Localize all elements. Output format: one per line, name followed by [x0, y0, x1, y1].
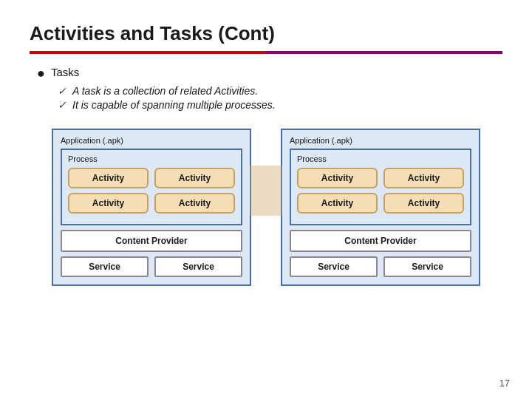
right-service-1: Service	[290, 256, 378, 277]
right-activity-2-2: Activity	[383, 193, 464, 214]
left-app-label: Application (.apk)	[61, 136, 242, 145]
left-activity-1-2: Activity	[154, 168, 235, 188]
right-activity-row-1: Activity Activity	[297, 168, 464, 188]
sub-bullet-1-text: A task is a collection of related Activi…	[72, 85, 258, 97]
right-content-provider: Content Provider	[290, 230, 471, 252]
right-app-label: Application (.apk)	[290, 136, 471, 145]
right-activity-1-1: Activity	[297, 168, 378, 188]
right-service-row: Service Service	[290, 256, 471, 277]
right-activity-1-2: Activity	[383, 168, 464, 188]
diagrams-row: Application (.apk) Process Activity Acti…	[30, 129, 502, 286]
left-activity-2-1: Activity	[68, 193, 149, 214]
sub-bullet-2: ✓ It is capable of spanning multiple pro…	[58, 99, 502, 111]
left-service-1: Service	[61, 256, 149, 277]
bullet-main: ● Tasks	[37, 66, 502, 82]
slide: Activities and Tasks (Cont) ● Tasks ✓ A …	[0, 0, 532, 399]
right-service-2: Service	[383, 256, 471, 277]
left-activity-row-2: Activity Activity	[68, 193, 235, 214]
sub-bullets: ✓ A task is a collection of related Acti…	[37, 85, 502, 111]
bullet-main-text: Tasks	[51, 66, 79, 78]
right-activity-2-1: Activity	[297, 193, 378, 214]
left-service-2: Service	[154, 256, 242, 277]
sub-bullet-2-text: It is capable of spanning multiple proce…	[72, 99, 276, 111]
bullet-dot: ●	[37, 66, 45, 82]
bullet-section: ● Tasks ✓ A task is a collection of rela…	[30, 66, 502, 111]
checkmark-2: ✓	[58, 99, 66, 111]
left-process-box: Process Activity Activity Activity Activ…	[61, 149, 242, 225]
diagram-left: Application (.apk) Process Activity Acti…	[52, 129, 251, 286]
right-process-box: Process Activity Activity Activity Activ…	[290, 149, 471, 225]
left-process-label: Process	[68, 154, 235, 163]
diagram-right: Application (.apk) Process Activity Acti…	[281, 129, 480, 286]
checkmark-1: ✓	[58, 85, 66, 97]
title-area: Activities and Tasks (Cont)	[30, 22, 502, 54]
slide-title: Activities and Tasks (Cont)	[30, 22, 502, 45]
title-bar	[30, 51, 502, 54]
right-activity-row-2: Activity Activity	[297, 193, 464, 214]
left-activity-1-1: Activity	[68, 168, 149, 188]
left-activity-row-1: Activity Activity	[68, 168, 235, 188]
left-service-row: Service Service	[61, 256, 242, 277]
page-number: 17	[499, 378, 510, 389]
left-activity-2-2: Activity	[154, 193, 235, 214]
left-content-provider: Content Provider	[61, 230, 242, 252]
sub-bullet-1: ✓ A task is a collection of related Acti…	[58, 85, 502, 97]
right-process-label: Process	[297, 154, 464, 163]
